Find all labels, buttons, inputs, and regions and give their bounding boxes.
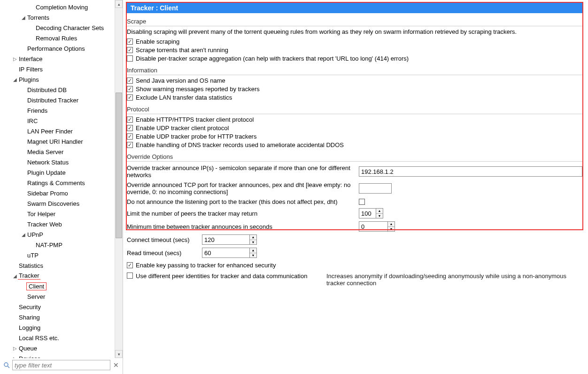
tree-item-upnp[interactable]: ◢UPnP [0,229,115,240]
cb-show-warnings[interactable] [127,86,133,92]
connect-timeout-input[interactable] [202,235,249,244]
tree-item-sharing[interactable]: Sharing [0,312,115,322]
tree-item-label: Network Status [26,159,70,166]
collapse-icon[interactable]: ◢ [12,77,18,82]
cb-http-protocol[interactable] [127,117,133,123]
mintime-input[interactable] [359,222,387,231]
cb-dns-records[interactable] [127,142,133,148]
tree-item-distributed-tracker[interactable]: Distributed Tracker [0,95,115,105]
settings-tree[interactable]: Completion Moving◢TorrentsDecoding Chara… [0,0,115,358]
cb-send-java-os[interactable] [127,78,133,84]
cb-key-passing[interactable] [127,262,133,268]
tree-item-devices[interactable]: ▷Devices [0,353,115,358]
spin-down[interactable]: ▼ [376,214,383,218]
tree-item-label: Client [26,282,46,290]
cb-key-passing-label: Enable key passing to tracker for enhanc… [136,262,276,269]
read-timeout-spinner[interactable]: ▲▼ [202,248,257,258]
expand-icon[interactable]: ▷ [12,56,18,62]
cb-scrape-not-running-label: Scrape torrents that aren't running [136,47,228,54]
scroll-up[interactable]: ▴ [115,0,123,8]
tree-item-utp[interactable]: uTP [0,250,115,260]
cb-diff-peer-identities[interactable] [127,273,133,279]
peers-limit-input[interactable] [359,209,376,218]
page-title: Tracker : Client [127,3,582,13]
section-override-heading: Override Options [127,153,582,162]
expand-icon[interactable]: ▷ [12,346,18,351]
tree-item-tracker-web[interactable]: Tracker Web [0,219,115,229]
spin-up[interactable]: ▲ [250,248,256,253]
tree-item-label: Tor Helper [26,210,56,218]
override-ip-input[interactable] [359,166,582,177]
spin-down[interactable]: ▼ [388,227,395,232]
tree-item-ratings-comments[interactable]: Ratings & Comments [0,178,115,188]
cb-enable-scraping[interactable] [127,39,133,45]
tree-item-media-server[interactable]: Media Server [0,147,115,157]
tree-item-irc[interactable]: IRC [0,116,115,126]
tree-item-label: Completion Moving [35,4,89,11]
tree-item-ip-filters[interactable]: IP Filters [0,64,115,74]
tree-item-tracker[interactable]: ◢Tracker [0,271,115,281]
tree-item-server[interactable]: Server [0,291,115,302]
tree-item-lan-peer-finder[interactable]: LAN Peer Finder [0,126,115,136]
tree-item-friends[interactable]: Friends [0,105,115,116]
tree-item-nat-pmp[interactable]: NAT-PMP [0,240,115,250]
cb-scrape-not-running[interactable] [127,47,133,53]
tree-item-plugins[interactable]: ◢Plugins [0,74,115,85]
cb-http-protocol-label: Enable HTTP/HTTPS tracker client protoco… [136,116,254,123]
tree-item-label: Plugins [18,76,40,83]
tree-item-completion-moving[interactable]: Completion Moving [0,2,115,12]
scroll-thumb[interactable] [116,93,122,238]
main-panel: Tracker : Client Scrape Disabling scrapi… [123,0,588,374]
override-port-label: Override announced TCP port for tracker … [127,181,352,195]
tree-item-statistics[interactable]: Statistics [0,260,115,271]
tree-item-local-rss-etc-[interactable]: Local RSS etc. [0,333,115,343]
tree-item-removal-rules[interactable]: Removal Rules [0,33,115,43]
cb-udp-probe[interactable] [127,133,133,140]
tree-item-sidebar-promo[interactable]: Sidebar Promo [0,188,115,198]
tree-item-logging[interactable]: Logging [0,322,115,333]
read-timeout-label: Read timeout (secs) [127,249,197,257]
tree-item-swarm-discoveries[interactable]: Swarm Discoveries [0,198,115,209]
tree-item-network-status[interactable]: Network Status [0,157,115,167]
tree-item-interface[interactable]: ▷Interface [0,54,115,64]
mintime-spinner[interactable]: ▲▼ [359,221,395,232]
cb-udp-protocol-label: Enable UDP tracker client protocol [136,125,229,132]
spin-up[interactable]: ▲ [388,222,395,227]
override-port-input[interactable] [359,183,392,194]
tree-item-label: Server [26,293,46,300]
cb-exclude-lan[interactable] [127,94,133,101]
tree-item-client[interactable]: Client [0,281,115,291]
tree-item-distributed-db[interactable]: Distributed DB [0,85,115,95]
scrape-description: Disabling scraping will prevent many of … [127,28,582,35]
spin-down[interactable]: ▼ [250,240,256,245]
cb-no-announce[interactable] [359,199,365,205]
connect-timeout-spinner[interactable]: ▲▼ [202,234,257,245]
cb-diff-peer-identities-label: Use different peer identities for tracke… [136,273,324,280]
tree-item-plugin-update[interactable]: Plugin Update [0,167,115,178]
collapse-icon[interactable]: ◢ [21,232,26,237]
cb-disable-aggregation[interactable] [127,55,133,62]
tree-item-magnet-uri-handler[interactable]: Magnet URI Handler [0,136,115,147]
tree-item-decoding-character-sets[interactable]: Decoding Character Sets [0,23,115,33]
tree-item-queue[interactable]: ▷Queue [0,343,115,353]
tree-item-security[interactable]: Security [0,302,115,312]
clear-filter-icon[interactable]: ✕ [112,361,120,369]
peers-limit-spinner[interactable]: ▲▼ [359,208,383,218]
spin-down[interactable]: ▼ [250,253,256,258]
tree-filter-input[interactable] [12,360,110,370]
tree-scrollbar[interactable]: ▴ ▾ [115,0,123,358]
scroll-down[interactable]: ▾ [115,350,123,358]
spin-up[interactable]: ▲ [376,209,383,214]
connect-timeout-label: Connect timeout (secs) [127,236,197,243]
tree-item-label: uTP [26,252,39,259]
cb-udp-protocol[interactable] [127,125,133,131]
tree-item-tor-helper[interactable]: Tor Helper [0,209,115,219]
tree-item-label: IP Filters [18,66,44,73]
collapse-icon[interactable]: ◢ [12,273,18,279]
spin-up[interactable]: ▲ [250,235,256,240]
no-announce-label: Do not announce the listening port to th… [127,198,352,205]
tree-item-performance-options[interactable]: Performance Options [0,43,115,54]
tree-item-torrents[interactable]: ◢Torrents [0,12,115,23]
collapse-icon[interactable]: ◢ [21,15,26,20]
read-timeout-input[interactable] [202,248,249,257]
